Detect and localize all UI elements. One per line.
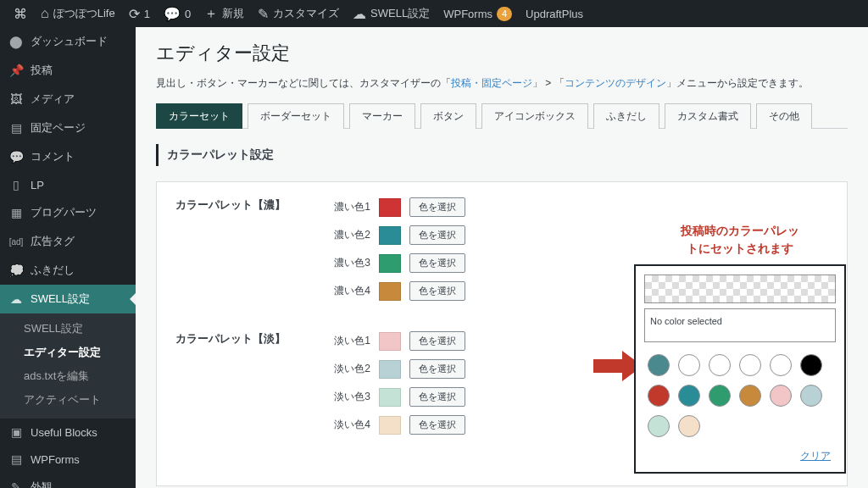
adtag-label: 広告タグ — [31, 234, 75, 249]
light4-swatch[interactable] — [379, 416, 401, 435]
light1-swatch[interactable] — [379, 332, 401, 351]
tab-marker[interactable]: マーカー — [349, 103, 415, 129]
sidebar-item-wpforms[interactable]: ▤WPForms — [0, 446, 136, 473]
dark4-label: 濃い色4 — [320, 284, 370, 298]
tab-button[interactable]: ボタン — [420, 103, 476, 129]
callout-title-l2: トにセットされます — [634, 240, 846, 258]
light4-select[interactable]: 色を選択 — [409, 415, 465, 435]
tab-iconbox[interactable]: アイコンボックス — [481, 103, 588, 129]
desc-pre: 見出し・ボタン・マーカーなどに関しては、カスタマイザーの「 — [156, 77, 451, 89]
ad-icon: [ad] — [8, 237, 24, 247]
sidebar-item-media[interactable]: 🖼メディア — [0, 85, 136, 114]
wordpress-icon: ⌘ — [14, 6, 27, 22]
dark2-select[interactable]: 色を選択 — [409, 225, 465, 245]
dot-12[interactable] — [648, 415, 670, 437]
sub-swell-settings[interactable]: SWELL設定 — [0, 317, 136, 341]
desc-link-2[interactable]: コンテンツのデザイン — [565, 77, 666, 89]
field-dark-1: 濃い色1色を選択 — [320, 197, 828, 217]
tab-other[interactable]: その他 — [756, 103, 812, 129]
media-label: メディア — [31, 92, 75, 107]
media-icon: 🖼 — [8, 92, 24, 106]
tab-colorset[interactable]: カラーセット — [156, 103, 242, 129]
dot-11[interactable] — [800, 385, 822, 407]
desc-mid: 」 > 「 — [532, 77, 565, 89]
wpforms-badge: 4 — [497, 7, 512, 21]
wpforms-label: WPForms — [443, 8, 492, 20]
sidebar-item-lp[interactable]: ▯LP — [0, 171, 136, 198]
site-link[interactable]: ⌂ぽつぽつLife — [34, 6, 122, 21]
desc-link-1[interactable]: 投稿・固定ページ — [451, 77, 532, 89]
updraft-link[interactable]: UpdraftPlus — [519, 8, 590, 20]
dark3-select[interactable]: 色を選択 — [409, 253, 465, 273]
sidebar-item-blogparts[interactable]: ▦ブログパーツ — [0, 198, 136, 227]
callout: 投稿時のカラーパレッ トにセットされます No color selected — [634, 222, 846, 474]
no-color-status: No color selected — [644, 308, 836, 342]
dot-8[interactable] — [709, 385, 731, 407]
tab-fukidashi[interactable]: ふきだし — [593, 103, 659, 129]
dot-3[interactable] — [739, 354, 761, 376]
dot-10[interactable] — [770, 385, 792, 407]
sidebar-item-appearance[interactable]: ✎外観 — [0, 473, 136, 488]
callout-title: 投稿時のカラーパレッ トにセットされます — [634, 222, 846, 258]
updates[interactable]: ⟳1 — [122, 6, 157, 22]
sub-ads[interactable]: ads.txtを編集 — [0, 364, 136, 388]
sidebar-item-posts[interactable]: 📌投稿 — [0, 56, 136, 85]
dark4-swatch[interactable] — [379, 282, 401, 301]
light-group-label: カラーパレット【淡】 — [175, 331, 320, 347]
dot-1[interactable] — [678, 354, 700, 376]
sidebar-item-swell[interactable]: ☁SWELL設定 — [0, 285, 136, 313]
dark2-swatch[interactable] — [379, 226, 401, 245]
updates-count: 1 — [144, 8, 150, 20]
sub-activate[interactable]: アクティベート — [0, 388, 136, 412]
new-label: 新規 — [222, 6, 244, 21]
updraft-label: UpdraftPlus — [526, 8, 583, 20]
sidebar-item-useful[interactable]: ▣Useful Blocks — [0, 419, 136, 446]
light2-swatch[interactable] — [379, 360, 401, 379]
dark3-swatch[interactable] — [379, 254, 401, 273]
swell-link[interactable]: ☁SWELL設定 — [346, 6, 437, 22]
sidebar-item-adtag[interactable]: [ad]広告タグ — [0, 227, 136, 256]
dark1-select[interactable]: 色を選択 — [409, 197, 465, 217]
sidebar-item-dashboard[interactable]: ⬤ダッシュボード — [0, 27, 136, 56]
light3-select[interactable]: 色を選択 — [409, 387, 465, 407]
swell-label: SWELL設定 — [370, 6, 430, 21]
clear-button[interactable]: クリア — [644, 446, 836, 463]
sidebar-item-pages[interactable]: ▤固定ページ — [0, 114, 136, 142]
dot-13[interactable] — [678, 415, 700, 437]
light3-label: 淡い色3 — [320, 390, 370, 404]
dot-7[interactable] — [678, 385, 700, 407]
comment-icon: 💬 — [8, 150, 24, 164]
light2-select[interactable]: 色を選択 — [409, 359, 465, 379]
refresh-icon: ⟳ — [129, 6, 140, 22]
wpforms-link[interactable]: WPForms4 — [437, 7, 519, 21]
comments-count: 0 — [185, 8, 191, 20]
new-content[interactable]: ＋新規 — [198, 5, 251, 23]
customize-link[interactable]: ✎カスタマイズ — [251, 6, 346, 22]
wp-logo[interactable]: ⌘ — [7, 6, 34, 22]
section-title: カラーパレット設定 — [156, 144, 848, 166]
dot-4[interactable] — [770, 354, 792, 376]
transparency-swatch[interactable] — [644, 274, 836, 303]
main-content: エディター設定 見出し・ボタン・マーカーなどに関しては、カスタマイザーの「投稿・… — [136, 27, 868, 488]
dark4-select[interactable]: 色を選択 — [409, 281, 465, 301]
dot-5[interactable] — [800, 354, 822, 376]
swell-menu-label: SWELL設定 — [31, 291, 90, 307]
light3-swatch[interactable] — [379, 388, 401, 407]
dot-6[interactable] — [648, 385, 670, 407]
dot-2[interactable] — [709, 354, 731, 376]
customize-label: カスタマイズ — [273, 6, 339, 21]
sub-editor-settings[interactable]: エディター設定 — [0, 341, 136, 364]
tab-borderset[interactable]: ボーダーセット — [248, 103, 344, 129]
dark1-swatch[interactable] — [379, 198, 401, 217]
dot-9[interactable] — [739, 385, 761, 407]
tab-custom[interactable]: カスタム書式 — [665, 103, 751, 129]
comments-link[interactable]: 💬0 — [157, 6, 198, 22]
sidebar-item-fukidashi[interactable]: 💭ふきだし — [0, 256, 136, 285]
light1-select[interactable]: 色を選択 — [409, 331, 465, 351]
dot-0[interactable] — [648, 354, 670, 376]
doc-icon: ▯ — [8, 178, 24, 191]
sidebar-item-comments[interactable]: 💬コメント — [0, 142, 136, 171]
balloon-icon: 💭 — [8, 263, 24, 277]
pin-icon: 📌 — [8, 64, 24, 77]
page-title: エディター設定 — [156, 41, 848, 66]
